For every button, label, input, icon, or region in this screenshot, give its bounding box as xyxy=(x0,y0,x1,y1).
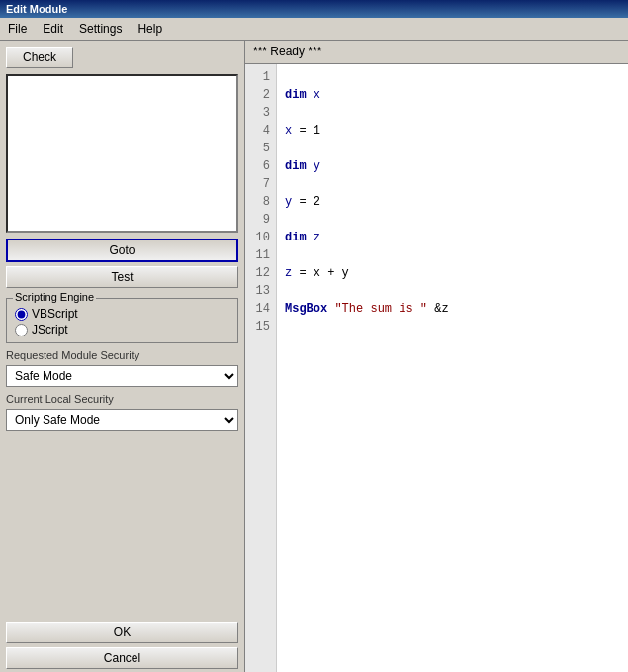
code-line-4: x = 1 xyxy=(285,122,620,140)
current-security-select[interactable]: Only Safe Mode Safe Mode Trusted Mode xyxy=(6,409,238,431)
menu-edit[interactable]: Edit xyxy=(39,20,67,38)
line-numbers: 1 2 3 4 5 6 7 8 9 10 11 12 13 14 15 xyxy=(245,64,277,672)
line-num-4: 4 xyxy=(251,122,270,140)
jscript-radio-row: JScript xyxy=(15,323,229,336)
line-num-10: 10 xyxy=(251,229,270,246)
menu-bar: File Edit Settings Help xyxy=(0,18,628,41)
vbscript-label: VBScript xyxy=(32,307,78,321)
jscript-label: JScript xyxy=(32,323,68,336)
line-num-5: 5 xyxy=(251,140,270,157)
line-num-13: 13 xyxy=(251,282,270,300)
right-panel: *** Ready *** 1 2 3 4 5 6 7 8 9 10 11 12… xyxy=(245,41,628,672)
line-num-2: 2 xyxy=(251,86,270,104)
ok-button[interactable]: OK xyxy=(6,622,238,643)
requested-security-label: Requested Module Security xyxy=(6,349,238,361)
check-button[interactable]: Check xyxy=(6,47,73,68)
title-text: Edit Module xyxy=(6,3,67,15)
title-bar: Edit Module xyxy=(0,0,628,18)
code-line-14: MsgBox "The sum is " &z xyxy=(285,300,620,318)
left-panel: Check Goto Test Scripting Engine VBScrip… xyxy=(0,41,245,672)
line-num-12: 12 xyxy=(251,264,270,282)
line-num-14: 14 xyxy=(251,300,270,318)
code-line-13 xyxy=(285,282,620,300)
code-line-3 xyxy=(285,104,620,122)
module-textarea[interactable] xyxy=(8,76,236,231)
current-security-label: Current Local Security xyxy=(6,393,238,405)
requested-security-row: Requested Module Security Safe Mode Trus… xyxy=(6,349,238,387)
code-line-5 xyxy=(285,140,620,157)
line-num-3: 3 xyxy=(251,104,270,122)
line-num-7: 7 xyxy=(251,175,270,193)
vbscript-radio[interactable] xyxy=(15,308,28,321)
goto-button[interactable]: Goto xyxy=(6,239,238,262)
main-container: Check Goto Test Scripting Engine VBScrip… xyxy=(0,41,628,672)
code-line-9 xyxy=(285,211,620,229)
line-num-15: 15 xyxy=(251,318,270,336)
vbscript-radio-row: VBScript xyxy=(15,307,229,321)
scripting-engine-label: Scripting Engine xyxy=(13,291,96,303)
bottom-buttons: OK Cancel xyxy=(6,622,238,669)
code-line-2: dim x xyxy=(285,86,620,104)
line-num-1: 1 xyxy=(251,68,270,86)
code-area: 1 2 3 4 5 6 7 8 9 10 11 12 13 14 15 dim … xyxy=(245,64,628,672)
code-line-12: z = x + y xyxy=(285,264,620,282)
code-line-8: y = 2 xyxy=(285,193,620,211)
menu-file[interactable]: File xyxy=(4,20,31,38)
cancel-button[interactable]: Cancel xyxy=(6,647,238,669)
code-line-1 xyxy=(285,68,620,86)
line-num-6: 6 xyxy=(251,157,270,175)
code-line-7 xyxy=(285,175,620,193)
status-text: *** Ready *** xyxy=(253,45,321,58)
menu-help[interactable]: Help xyxy=(134,20,166,38)
line-num-11: 11 xyxy=(251,246,270,264)
code-line-11 xyxy=(285,246,620,264)
status-bar: *** Ready *** xyxy=(245,41,628,64)
code-line-15 xyxy=(285,318,620,336)
requested-security-select[interactable]: Safe Mode Trusted Mode Unsafe Mode xyxy=(6,365,238,387)
current-security-row: Current Local Security Only Safe Mode Sa… xyxy=(6,393,238,431)
jscript-radio[interactable] xyxy=(15,324,28,336)
code-content[interactable]: dim x x = 1 dim y y = 2 dim z z = x + y … xyxy=(277,64,628,672)
goto-test-buttons: Goto Test xyxy=(6,239,238,288)
code-line-10: dim z xyxy=(285,229,620,246)
check-row: Check xyxy=(6,47,238,68)
test-button[interactable]: Test xyxy=(6,266,238,288)
code-textarea-box[interactable] xyxy=(6,74,238,233)
line-num-9: 9 xyxy=(251,211,270,229)
menu-settings[interactable]: Settings xyxy=(75,20,126,38)
line-num-8: 8 xyxy=(251,193,270,211)
scripting-engine-group: Scripting Engine VBScript JScript xyxy=(6,298,238,343)
code-line-6: dim y xyxy=(285,157,620,175)
